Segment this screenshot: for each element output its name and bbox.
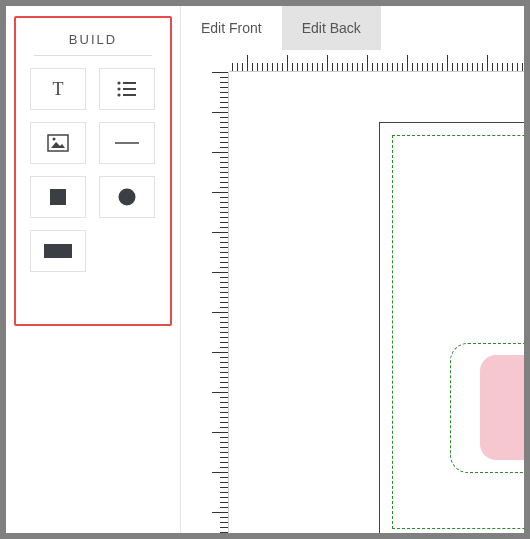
square-icon [48, 187, 68, 207]
svg-rect-4 [123, 88, 136, 90]
horizontal-line-icon [114, 139, 140, 147]
ruler-horizontal [207, 50, 524, 72]
tab-edit-front[interactable]: Edit Front [181, 6, 282, 50]
svg-point-1 [117, 81, 120, 84]
svg-text:T: T [53, 79, 64, 99]
image-icon [47, 134, 69, 152]
image-tool[interactable] [30, 122, 86, 164]
canvas-area [181, 50, 524, 533]
svg-rect-7 [48, 135, 68, 151]
ruler-vertical [207, 72, 229, 533]
app-frame: BUILD T [6, 6, 524, 533]
main-area: Edit Front Edit Back [181, 6, 524, 533]
circle-icon [117, 187, 137, 207]
ruler-corner [207, 50, 229, 72]
build-panel: BUILD T [14, 16, 172, 326]
tabs: Edit Front Edit Back [181, 6, 524, 50]
svg-point-3 [117, 87, 120, 90]
page-outline[interactable] [379, 122, 524, 533]
text-icon: T [48, 79, 68, 99]
svg-point-12 [119, 189, 136, 206]
square-tool[interactable] [30, 176, 86, 218]
svg-rect-6 [123, 94, 136, 96]
tab-edit-back[interactable]: Edit Back [282, 6, 381, 50]
svg-point-5 [117, 93, 120, 96]
svg-rect-11 [50, 189, 66, 205]
circle-tool[interactable] [99, 176, 155, 218]
inner-guide [450, 343, 524, 473]
tool-grid: T [26, 68, 160, 272]
divider [34, 55, 152, 56]
svg-rect-2 [123, 82, 136, 84]
svg-point-9 [53, 138, 56, 141]
build-title: BUILD [26, 28, 160, 55]
sidebar: BUILD T [6, 6, 181, 533]
svg-rect-13 [44, 244, 72, 258]
line-tool[interactable] [99, 122, 155, 164]
text-tool[interactable]: T [30, 68, 86, 110]
svg-marker-8 [51, 142, 65, 148]
rectangle-tool[interactable] [30, 230, 86, 272]
rectangle-icon [43, 243, 73, 259]
bullet-list-icon [116, 80, 138, 98]
list-tool[interactable] [99, 68, 155, 110]
design-canvas[interactable] [229, 72, 524, 533]
